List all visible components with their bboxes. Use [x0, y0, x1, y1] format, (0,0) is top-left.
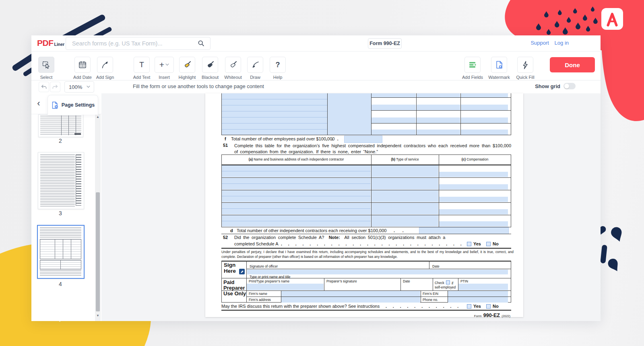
divider — [221, 248, 511, 249]
form-field[interactable] — [344, 136, 382, 143]
divider — [416, 93, 417, 135]
page-number-4: 4 — [38, 281, 83, 287]
add-sign-button[interactable]: Add Sign — [92, 57, 118, 80]
highlighter-brush-icon — [183, 60, 192, 69]
form-field[interactable] — [281, 291, 420, 297]
divider — [221, 310, 511, 311]
form-field[interactable] — [372, 117, 416, 123]
show-grid-toggle[interactable] — [564, 83, 576, 89]
form-field[interactable] — [461, 117, 508, 123]
help-button[interactable]: ? Help — [264, 57, 291, 80]
add-fields-button[interactable]: Add Fields — [459, 57, 486, 80]
form-field[interactable] — [247, 284, 324, 290]
line-51-number: 51 — [223, 143, 228, 148]
redo-button[interactable] — [50, 82, 60, 92]
form-field[interactable] — [372, 215, 438, 227]
undo-button[interactable] — [39, 82, 49, 92]
form-field[interactable] — [461, 130, 508, 135]
form-field[interactable] — [372, 130, 416, 135]
checkbox-irs-yes[interactable] — [467, 304, 471, 309]
divider — [371, 123, 511, 124]
table51-header-b: (b) Type of service — [371, 157, 439, 161]
scroll-up-arrow[interactable]: ▲ — [95, 115, 101, 119]
page-number-2: 2 — [38, 138, 83, 144]
signature-widget-icon[interactable] — [239, 269, 245, 274]
zoom-level-select[interactable]: 100% — [64, 81, 94, 93]
undo-icon — [40, 83, 47, 91]
form-field[interactable] — [458, 284, 508, 290]
paid-word: Paid — [223, 279, 234, 285]
divider — [371, 93, 372, 135]
table51-header-c: (c) Compensation — [439, 157, 511, 161]
checkbox-self-employed[interactable] — [446, 280, 450, 284]
form-field[interactable] — [372, 178, 438, 189]
line-52-text: Did the organization complete Schedule A… — [234, 235, 446, 240]
login-link[interactable]: Log in — [555, 40, 569, 46]
divider — [221, 93, 222, 135]
pdfliner-logo[interactable]: PDF Liner — [37, 38, 64, 48]
form-field[interactable] — [372, 165, 438, 177]
form-field[interactable] — [372, 190, 438, 202]
page-thumbnail-2[interactable] — [38, 114, 83, 137]
page-thumbnail-4-selected[interactable] — [37, 225, 85, 279]
quick-fill-button[interactable]: Quick Fill — [512, 57, 539, 80]
page-thumbnail-3[interactable] — [38, 152, 84, 209]
page-number-3: 3 — [38, 210, 83, 216]
form-field[interactable] — [461, 105, 508, 110]
divider — [400, 278, 401, 290]
form-field[interactable] — [461, 93, 508, 97]
form-field[interactable] — [247, 270, 508, 274]
form-field[interactable] — [372, 93, 416, 97]
search-icon[interactable] — [197, 39, 205, 47]
search-input[interactable] — [71, 40, 197, 47]
form-field[interactable] — [372, 203, 438, 214]
divider — [76, 115, 76, 135]
page-settings-tab[interactable]: Page Settings — [47, 95, 98, 115]
if-label: if — [452, 281, 453, 285]
form-field[interactable] — [419, 227, 509, 234]
form-field[interactable] — [327, 93, 371, 135]
form-field[interactable] — [372, 105, 416, 110]
form-field[interactable] — [439, 209, 508, 214]
preparer-signature-label: Preparer’s signature — [326, 279, 357, 283]
divider — [511, 93, 511, 135]
pdf-page: f Total number of other employees paid o… — [205, 93, 523, 317]
divider — [221, 234, 511, 234]
form-field[interactable] — [439, 172, 508, 177]
done-button[interactable]: Done — [550, 57, 595, 72]
support-link[interactable]: Support — [530, 40, 549, 46]
checkbox-irs-no[interactable] — [486, 304, 491, 309]
pdfliner-app-window: PDF Liner Form 990-EZ Support Log in Sel… — [31, 35, 601, 321]
divider — [222, 183, 371, 184]
text-t-icon: T — [139, 60, 144, 69]
main-toolbar: Select Add Date Add Sign T Add Text + — [31, 51, 601, 80]
checkbox-52-no[interactable] — [486, 242, 491, 246]
checkbox-52-yes[interactable] — [467, 242, 471, 246]
select-cursor-icon — [42, 60, 51, 69]
form-field[interactable] — [448, 297, 508, 303]
form-field[interactable] — [417, 105, 460, 110]
form-field[interactable] — [439, 221, 508, 227]
scroll-down-arrow[interactable]: ▼ — [95, 314, 101, 317]
form-field[interactable] — [417, 130, 460, 135]
watermark-button[interactable]: Watermark — [486, 57, 512, 80]
divider — [222, 171, 371, 171]
form-field[interactable] — [439, 184, 508, 189]
form-field[interactable] — [417, 93, 460, 97]
sidebar-scrollbar-thumb[interactable] — [96, 192, 100, 311]
divider — [327, 93, 328, 135]
divider — [511, 154, 511, 227]
dot-leader: . . — [394, 228, 413, 233]
form-field[interactable] — [439, 197, 508, 202]
select-tool-button[interactable]: Select — [33, 57, 60, 80]
plus-icon: + — [159, 60, 164, 70]
divider — [61, 115, 62, 135]
form-field[interactable] — [281, 297, 420, 303]
form-title-chip: Form 990-EZ — [368, 38, 402, 49]
divider — [511, 261, 511, 278]
firm-address-label: Firm’s address — [249, 298, 271, 302]
collapse-sidebar-button[interactable]: ‹ — [34, 98, 43, 109]
form-field[interactable] — [417, 117, 460, 123]
watermark-document-icon — [495, 60, 504, 69]
form-field[interactable] — [448, 291, 508, 297]
